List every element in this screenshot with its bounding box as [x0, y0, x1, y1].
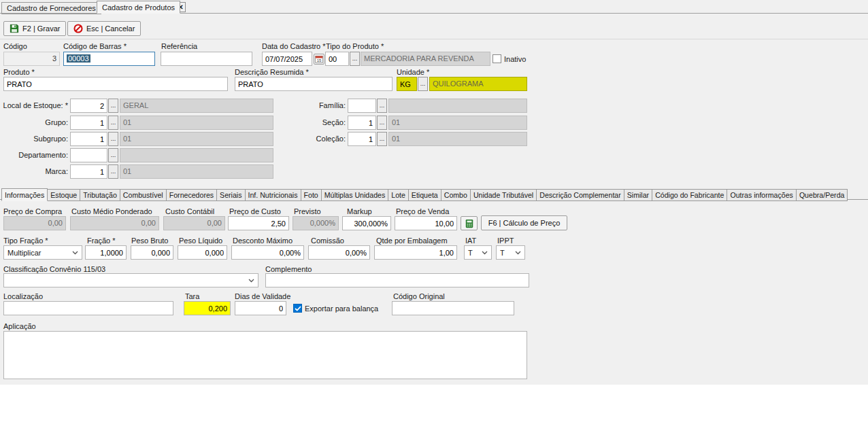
preco-compra-label: Preço de Compra — [3, 207, 62, 215]
departamento-desc-field — [120, 148, 273, 162]
grupo-label: Grupo: — [0, 118, 68, 126]
secao-desc-field: 01 — [388, 116, 527, 130]
local-estoque-code-input[interactable] — [70, 99, 107, 113]
codigo-field: 3 — [3, 52, 60, 66]
calendar-button[interactable]: 15 — [314, 54, 324, 65]
tab-cadastro-produtos[interactable]: Cadastro de Produtos — [97, 1, 180, 14]
tab-fornecedores[interactable]: Fornecedores — [167, 189, 217, 201]
inativo-checkbox[interactable] — [493, 54, 501, 63]
peso-liquido-input[interactable] — [178, 245, 227, 260]
localizacao-input[interactable] — [3, 301, 173, 315]
grupo-code-input[interactable] — [70, 116, 107, 130]
peso-bruto-input[interactable] — [131, 245, 173, 260]
qtde-embalagem-input[interactable] — [374, 245, 457, 260]
tab-etiqueta[interactable]: Etiqueta — [409, 189, 441, 201]
codigo-barras-input[interactable]: 00003 — [63, 52, 155, 66]
tipo-produto-code-input[interactable] — [325, 52, 349, 66]
colecao-code-input[interactable] — [348, 132, 376, 146]
tab-foto[interactable]: Foto — [301, 189, 322, 201]
departamento-lookup-button[interactable]: ... — [108, 148, 118, 162]
tab-multiplas-unidades[interactable]: Múltiplas Unidades — [322, 189, 389, 201]
codigo-barras-selected-text: 00003 — [67, 54, 90, 63]
comissao-input[interactable] — [308, 245, 370, 260]
tab-informacoes[interactable]: Informações — [1, 188, 48, 201]
tipo-produto-lookup-button[interactable]: ... — [350, 52, 360, 66]
grupo-lookup-button[interactable]: ... — [108, 116, 118, 130]
peso-liquido-label: Peso Líquido — [179, 237, 222, 245]
preco-custo-input[interactable] — [228, 216, 289, 230]
tab-lote[interactable]: Lote — [388, 189, 409, 201]
fracao-input[interactable] — [85, 245, 127, 260]
tab-combo[interactable]: Combo — [441, 189, 471, 201]
unidade-lookup-button[interactable]: ... — [418, 77, 428, 91]
calculator-button[interactable] — [461, 216, 478, 230]
tab-unidade-tributavel[interactable]: Unidade Tributável — [471, 189, 537, 201]
tab-similar[interactable]: Similar — [624, 189, 652, 201]
iat-label: IAT — [465, 237, 476, 245]
classificacao-select[interactable] — [3, 273, 258, 287]
secao-code-input[interactable] — [348, 116, 376, 130]
iat-select[interactable]: T — [464, 245, 492, 260]
tab-codigo-fabricante[interactable]: Código do Fabricante — [652, 189, 727, 201]
departamento-code-input[interactable] — [70, 148, 107, 162]
checkmark-icon — [295, 306, 301, 311]
exportar-balanca-label: Exportar para balança — [305, 304, 378, 313]
complemento-label: Complemento — [265, 265, 312, 273]
descricao-resumida-input[interactable] — [235, 77, 393, 91]
tara-label: Tara — [185, 292, 199, 300]
markup-input[interactable] — [342, 216, 391, 230]
tipo-produto-label: Tipo do Produto * — [326, 42, 384, 50]
produto-input[interactable] — [3, 77, 228, 91]
tab-seriais[interactable]: Seriais — [217, 189, 245, 201]
tara-input[interactable] — [184, 301, 231, 315]
secao-lookup-button[interactable]: ... — [377, 116, 387, 130]
desconto-maximo-input[interactable] — [231, 245, 304, 260]
tipo-fracao-select[interactable]: Multiplicar — [3, 245, 82, 260]
aplicacao-textarea[interactable] — [3, 331, 527, 379]
chevron-down-icon — [248, 279, 254, 283]
cancel-button[interactable]: Esc | Cancelar — [67, 21, 141, 36]
codigo-original-input[interactable] — [392, 301, 514, 315]
unidade-code-input[interactable] — [397, 77, 417, 91]
chevron-down-icon — [482, 251, 488, 255]
data-cadastro-label: Data do Cadastro * — [262, 42, 326, 50]
preco-venda-input[interactable] — [395, 216, 457, 230]
marca-code-input[interactable] — [70, 164, 107, 179]
subgrupo-lookup-button[interactable]: ... — [108, 132, 118, 146]
colecao-lookup-button[interactable]: ... — [377, 132, 387, 146]
save-button[interactable]: F2 | Gravar — [3, 21, 66, 36]
inativo-label: Inativo — [504, 55, 526, 63]
colecao-label: Coleção: — [271, 135, 346, 143]
subgrupo-code-input[interactable] — [70, 132, 107, 146]
custo-contabil-field: 0,00 — [163, 216, 225, 230]
colecao-desc-field: 01 — [388, 132, 527, 146]
tab-descricao-complementar[interactable]: Descrição Complementar — [537, 189, 624, 201]
tab-inf-nutricionais[interactable]: Inf. Nutricionais — [246, 189, 301, 201]
svg-text:15: 15 — [317, 58, 322, 63]
codigo-barras-label: Código de Barras * — [63, 42, 127, 50]
data-cadastro-input[interactable] — [262, 52, 312, 66]
dias-validade-input[interactable] — [235, 301, 286, 315]
tipo-produto-desc-field: MERCADORIA PARA REVENDA — [361, 52, 490, 66]
familia-lookup-button[interactable]: ... — [377, 99, 387, 113]
tab-quebra-perda[interactable]: Quebra/Perda — [797, 189, 848, 201]
ippt-select[interactable]: T — [496, 245, 525, 260]
complemento-input[interactable] — [265, 273, 529, 287]
custo-contabil-label: Custo Contábil — [165, 207, 214, 215]
exportar-balanca-checkbox[interactable] — [293, 304, 302, 313]
grupo-desc-field: 01 — [120, 116, 273, 130]
tab-outras-informacoes[interactable]: Outras informações — [727, 189, 796, 201]
calculo-preco-button[interactable]: F6 | Cálculo de Preço — [481, 215, 567, 230]
comissao-label: Comissão — [311, 237, 344, 245]
referencia-input[interactable] — [161, 52, 252, 66]
cancel-button-label: Esc | Cancelar — [86, 24, 135, 33]
marca-lookup-button[interactable]: ... — [108, 164, 118, 179]
tab-estoque[interactable]: Estoque — [48, 189, 80, 201]
detail-tab-strip: Informações Estoque Tributação Combustív… — [1, 188, 848, 201]
familia-code-input[interactable] — [348, 99, 376, 113]
tab-tributacao[interactable]: Tributação — [80, 189, 120, 201]
qtde-embalagem-label: Qtde por Embalagem — [376, 237, 448, 245]
cancel-icon — [73, 24, 83, 33]
tab-combustivel[interactable]: Combustível — [120, 189, 167, 201]
local-estoque-lookup-button[interactable]: ... — [108, 99, 118, 113]
